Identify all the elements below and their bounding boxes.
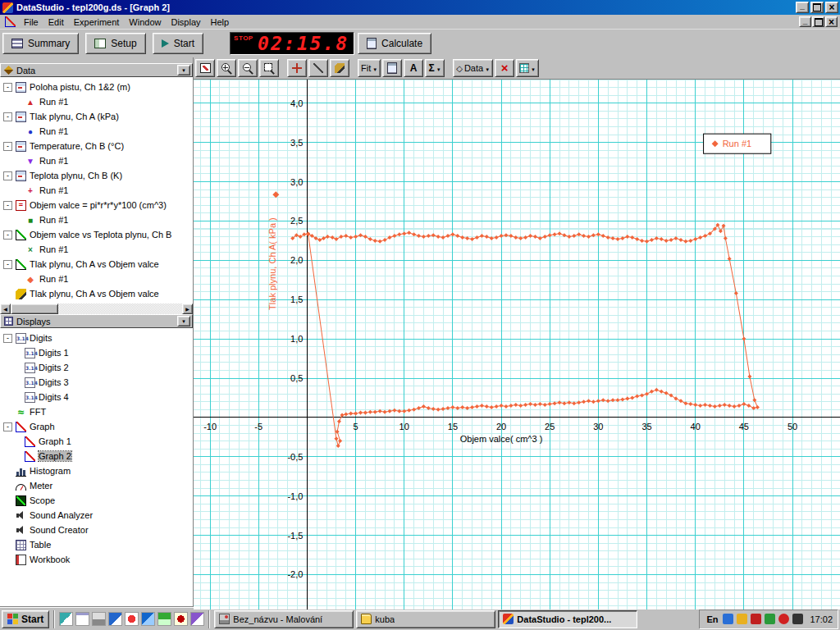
chart-legend[interactable]: Run #1 xyxy=(704,134,771,153)
collapse-toggle[interactable]: - xyxy=(3,422,12,431)
quicklaunch-icon-6[interactable] xyxy=(141,612,155,626)
tray-icon-1[interactable] xyxy=(723,614,733,624)
menu-experiment[interactable]: Experiment xyxy=(69,16,125,29)
data-item-objem-valce[interactable]: -Objem valce = pi*r*r*y*100 (cm^3) xyxy=(0,198,193,212)
data-panel-menu-button[interactable] xyxy=(177,65,190,75)
scroll-left-button[interactable]: ◀ xyxy=(0,304,11,314)
display-item-workbook[interactable]: Workbook xyxy=(0,552,193,567)
menu-help[interactable]: Help xyxy=(206,16,235,29)
display-item-digits[interactable]: -Digits xyxy=(0,331,193,345)
scale-to-fit-button[interactable] xyxy=(195,59,215,77)
collapse-toggle[interactable]: - xyxy=(3,201,12,210)
task-button-paint[interactable]: Bez_názvu - Malování xyxy=(214,610,354,628)
data-panel-hscrollbar[interactable]: ◀ ▶ xyxy=(0,304,193,314)
scroll-right-button[interactable]: ▶ xyxy=(182,304,193,314)
collapse-toggle[interactable]: - xyxy=(3,231,12,240)
start-button[interactable]: Start xyxy=(153,33,203,54)
chart-canvas[interactable]: -10-551015202530354045504,03,53,02,52,01… xyxy=(194,80,840,609)
tray-icon-3[interactable] xyxy=(751,614,761,624)
menu-file[interactable]: File xyxy=(19,16,43,29)
collapse-toggle[interactable]: - xyxy=(3,260,12,269)
tray-icon-6[interactable] xyxy=(792,614,803,624)
fit-menu-button[interactable]: Fit xyxy=(358,59,381,77)
displays-panel-menu-button[interactable] xyxy=(177,316,190,326)
data-item-poloha-pistu[interactable]: -Poloha pistu, Ch 1&2 (m) xyxy=(0,80,193,94)
tray-icon-5[interactable] xyxy=(778,614,789,624)
quicklaunch-icon-8[interactable] xyxy=(174,612,188,626)
slope-tool-button[interactable] xyxy=(308,59,328,77)
data-item-tlak-plynu[interactable]: -Tlak plynu, Ch A (kPa) xyxy=(0,109,193,124)
display-item-table[interactable]: Table xyxy=(0,537,193,552)
display-item-graph-2[interactable]: Graph 2 xyxy=(0,449,193,463)
text-tool-button[interactable]: A xyxy=(404,59,423,77)
mdi-close-button[interactable] xyxy=(825,16,838,27)
quicklaunch-icon-2[interactable] xyxy=(75,612,89,626)
task-button-folder[interactable]: kuba xyxy=(356,610,495,628)
close-button[interactable] xyxy=(825,2,838,13)
run-item[interactable]: ◆Run #1 xyxy=(0,272,193,286)
data-item-temperature[interactable]: -Temperature, Ch B (°C) xyxy=(0,139,193,153)
statistics-button[interactable]: Σ xyxy=(425,59,445,77)
data-menu-button[interactable]: Data xyxy=(453,59,493,77)
data-item-teplota-plynu[interactable]: -Teplota plynu, Ch B (K) xyxy=(0,168,193,183)
display-item-digits-3[interactable]: Digits 3 xyxy=(0,375,193,390)
menu-window[interactable]: Window xyxy=(124,16,166,29)
quicklaunch-icon-7[interactable] xyxy=(158,612,171,626)
collapse-toggle[interactable]: - xyxy=(3,171,12,180)
start-menu-button[interactable]: Start xyxy=(2,610,49,628)
smart-tool-button[interactable] xyxy=(287,59,307,77)
remove-button[interactable] xyxy=(495,59,514,77)
menu-edit[interactable]: Edit xyxy=(43,16,69,29)
mdi-minimize-button[interactable] xyxy=(799,16,811,27)
tray-icon-4[interactable] xyxy=(765,614,775,624)
collapse-toggle[interactable]: - xyxy=(3,83,12,92)
display-item-scope[interactable]: Scope xyxy=(0,493,193,508)
run-item[interactable]: ×Run #1 xyxy=(0,242,193,257)
display-item-histogram[interactable]: Histogram xyxy=(0,463,193,478)
menu-display[interactable]: Display xyxy=(166,16,205,29)
quicklaunch-icon-3[interactable] xyxy=(92,612,106,626)
data-item-tlak-vs-objem[interactable]: -Tlak plynu, Ch A vs Objem valce xyxy=(0,257,193,272)
chart-series-run1[interactable] xyxy=(290,223,760,448)
minimize-button[interactable] xyxy=(796,2,809,13)
keyboard-language-indicator[interactable]: En xyxy=(705,614,719,624)
summary-button[interactable]: Summary xyxy=(2,33,79,54)
collapse-toggle[interactable]: - xyxy=(3,142,12,151)
quicklaunch-icon-4[interactable] xyxy=(108,612,122,626)
display-item-fft[interactable]: FFT xyxy=(0,404,193,419)
zoom-in-button[interactable] xyxy=(217,59,236,77)
run-item[interactable]: ■Run #1 xyxy=(0,212,193,227)
display-item-meter[interactable]: Meter xyxy=(0,478,193,493)
mdi-restore-button[interactable] xyxy=(812,16,824,27)
zoom-out-button[interactable] xyxy=(238,59,258,77)
data-item-tlak-vs-objem-2[interactable]: Tlak plynu, Ch A vs Objem valce xyxy=(0,286,193,301)
setup-button[interactable]: Setup xyxy=(85,33,145,54)
collapse-toggle[interactable]: - xyxy=(3,334,12,343)
graph-settings-button[interactable] xyxy=(516,59,539,77)
quicklaunch-icon-5[interactable] xyxy=(125,612,139,626)
display-item-digits-4[interactable]: Digits 4 xyxy=(0,390,193,404)
task-button-datastudio[interactable]: DataStudio - tepl200... xyxy=(498,610,637,628)
collapse-toggle[interactable]: - xyxy=(3,112,12,121)
document-icon[interactable] xyxy=(5,16,16,27)
run-item[interactable]: ▼Run #1 xyxy=(0,153,193,168)
displays-panel-header[interactable]: Displays xyxy=(0,314,193,328)
quicklaunch-icon-9[interactable] xyxy=(190,612,204,626)
display-item-graph[interactable]: -Graph xyxy=(0,419,193,434)
display-item-sound-analyzer[interactable]: Sound Analyzer xyxy=(0,508,193,523)
data-item-objem-vs-teplota[interactable]: -Objem valce vs Teplota plynu, Ch B xyxy=(0,227,193,242)
tray-icon-2[interactable] xyxy=(737,614,747,624)
data-panel-header[interactable]: Data xyxy=(0,63,193,77)
display-item-digits-1[interactable]: Digits 1 xyxy=(0,345,193,360)
scrollbar-thumb[interactable] xyxy=(11,304,58,314)
y-axis-label[interactable]: Tlak plynu, Ch A( kPa ) xyxy=(267,217,277,310)
quicklaunch-icon-1[interactable] xyxy=(59,612,73,626)
scrollbar-track[interactable] xyxy=(11,304,182,314)
run-item[interactable]: ●Run #1 xyxy=(0,124,193,139)
run-item[interactable]: +Run #1 xyxy=(0,183,193,198)
note-tool-button[interactable] xyxy=(330,59,349,77)
maximize-button[interactable] xyxy=(810,2,824,13)
x-axis-label[interactable]: Objem valce( cm^3 ) xyxy=(460,434,543,444)
calculate-tool-button[interactable] xyxy=(382,59,402,77)
display-item-graph-1[interactable]: Graph 1 xyxy=(0,434,193,449)
